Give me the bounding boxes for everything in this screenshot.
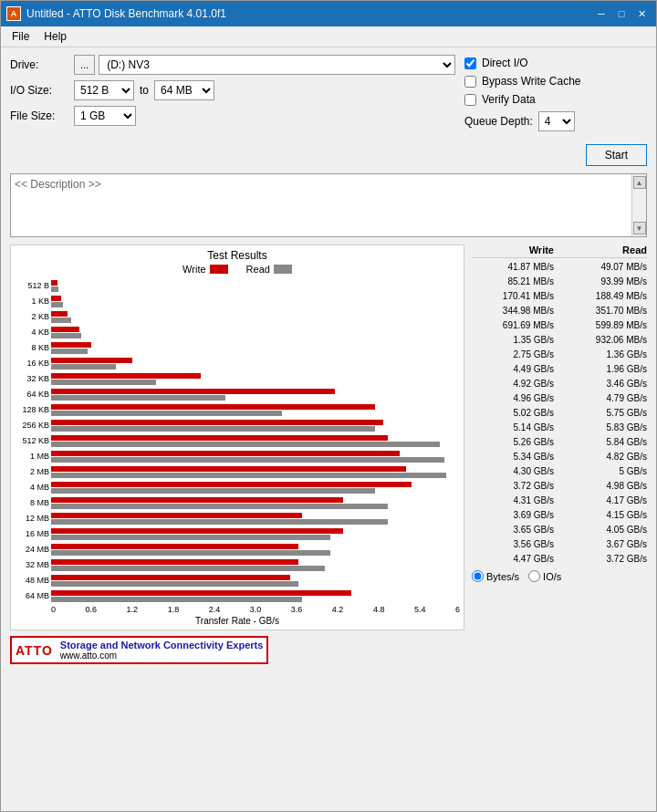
bar-row: 12 MB: [51, 511, 456, 526]
io-size-to-select[interactable]: 512 B1 KB2 KB4 KB8 KB16 KB32 KB64 KB128 …: [154, 80, 214, 100]
result-write: 41.87 MB/s: [472, 260, 554, 275]
bar-row: 32 MB: [51, 557, 456, 572]
result-write: 2.75 GB/s: [472, 348, 554, 362]
io-size-from-select[interactable]: 512 B1 KB2 KB4 KB8 KB16 KB32 KB64 KB128 …: [74, 80, 134, 100]
bar-read: [51, 318, 71, 323]
x-axis-label: 3.6: [291, 605, 303, 614]
bar-container: [51, 450, 456, 463]
drive-select[interactable]: (D:) NV3: [99, 55, 455, 75]
bar-write: [51, 466, 406, 472]
bar-read: [51, 535, 330, 540]
radio-ios-input[interactable]: [528, 570, 540, 582]
bar-read: [51, 380, 156, 385]
io-size-row: I/O Size: 512 B1 KB2 KB4 KB8 KB16 KB32 K…: [10, 80, 455, 100]
scroll-down-arrow[interactable]: ▼: [633, 222, 646, 234]
bypass-write-cache-checkbox[interactable]: [464, 76, 476, 88]
bar-read: [51, 411, 282, 416]
start-button[interactable]: Start: [586, 144, 647, 166]
bar-row: 64 KB: [51, 387, 456, 401]
title-bar: A Untitled - ATTO Disk Benchmark 4.01.0f…: [1, 1, 656, 26]
result-write: 4.92 GB/s: [472, 377, 554, 391]
app-icon: A: [6, 6, 21, 21]
results-row: 4.96 GB/s4.79 GB/s: [472, 391, 647, 406]
minimize-button[interactable]: ─: [592, 6, 610, 21]
bar-row: 2 MB: [51, 464, 456, 479]
bar-read: [51, 597, 302, 602]
direct-io-row: Direct I/O: [464, 57, 647, 69]
scroll-up-arrow[interactable]: ▲: [633, 176, 646, 189]
bar-write: [51, 528, 343, 534]
radio-bytes-input[interactable]: [472, 570, 484, 582]
unit-radio-group: Bytes/s IO/s: [472, 570, 647, 582]
bar-label: 8 KB: [15, 343, 49, 352]
maximize-button[interactable]: □: [612, 6, 631, 21]
bar-label: 2 MB: [15, 467, 49, 476]
results-row: 41.87 MB/s49.07 MB/s: [472, 260, 647, 275]
results-row: 5.26 GB/s5.84 GB/s: [472, 435, 647, 450]
bar-label: 64 MB: [15, 591, 49, 600]
results-read-header: Read: [565, 245, 647, 255]
bar-container: [51, 357, 456, 370]
bar-read: [51, 504, 388, 509]
result-read: 4.82 GB/s: [565, 450, 647, 464]
result-write: 4.31 GB/s: [472, 494, 554, 508]
bar-label: 32 MB: [15, 560, 49, 569]
bar-label: 16 MB: [15, 529, 49, 538]
bar-container: [51, 326, 456, 339]
bar-read: [51, 566, 325, 571]
bypass-write-cache-label: Bypass Write Cache: [482, 75, 581, 88]
x-axis: 00.61.21.82.43.03.64.24.85.46: [15, 605, 460, 614]
legend-read-label: Read: [246, 264, 270, 275]
x-axis-label: 3.0: [250, 605, 262, 614]
result-read: 93.99 MB/s: [565, 275, 647, 289]
bar-label: 512 B: [15, 281, 49, 290]
bar-label: 2 KB: [15, 312, 49, 321]
drive-input-group: ... (D:) NV3: [74, 55, 455, 75]
bar-container: [51, 341, 456, 355]
menu-file[interactable]: File: [5, 28, 36, 45]
result-write: 85.21 MB/s: [472, 275, 554, 289]
bar-write: [51, 358, 132, 363]
file-size-label: File Size:: [10, 109, 74, 122]
tagline-bold: Storage and Network Connectivity Experts: [60, 640, 264, 651]
bar-container: [51, 419, 456, 432]
bar-row: 24 MB: [51, 542, 456, 557]
bar-read: [51, 302, 63, 307]
results-row: 5.34 GB/s4.82 GB/s: [472, 450, 647, 464]
results-row: 4.30 GB/s5 GB/s: [472, 464, 647, 479]
bar-label: 256 KB: [15, 421, 49, 430]
bar-row: 512 B: [51, 278, 456, 293]
results-write-header: Write: [472, 245, 554, 255]
bar-chart: 512 B1 KB2 KB4 KB8 KB16 KB32 KB64 KB128 …: [15, 278, 460, 603]
bar-label: 32 KB: [15, 374, 49, 383]
bar-label: 8 MB: [15, 498, 49, 507]
queue-depth-select[interactable]: 12481632: [538, 111, 575, 131]
browse-button[interactable]: ...: [74, 55, 95, 75]
queue-depth-row: Queue Depth: 12481632: [464, 111, 647, 131]
bar-read: [51, 286, 58, 292]
result-read: 188.49 MB/s: [565, 289, 647, 304]
menu-help[interactable]: Help: [36, 28, 74, 45]
legend-read: Read: [246, 264, 292, 275]
x-axis-label: 2.4: [209, 605, 221, 614]
verify-data-checkbox[interactable]: [464, 94, 476, 106]
bar-write: [51, 559, 298, 565]
bar-row: 8 KB: [51, 340, 456, 355]
bar-write: [51, 497, 343, 503]
bar-read: [51, 519, 388, 525]
file-size-select[interactable]: 512 MB1 GB2 GB4 GB8 GB: [74, 106, 136, 126]
bar-container: [51, 496, 456, 510]
result-read: 49.07 MB/s: [565, 260, 647, 275]
close-button[interactable]: ✕: [632, 6, 651, 21]
io-size-label: I/O Size:: [10, 84, 74, 97]
bar-container: [51, 403, 456, 417]
bar-write: [51, 575, 290, 580]
description-scrollbar[interactable]: ▲ ▼: [631, 174, 646, 236]
x-axis-title: Transfer Rate - GB/s: [15, 616, 460, 626]
radio-ios-label: IO/s: [543, 571, 561, 582]
window-controls: ─ □ ✕: [592, 6, 651, 21]
results-row: 2.75 GB/s1.36 GB/s: [472, 348, 647, 362]
direct-io-checkbox[interactable]: [464, 57, 476, 69]
result-write: 170.41 MB/s: [472, 289, 554, 304]
bar-write: [51, 280, 57, 286]
